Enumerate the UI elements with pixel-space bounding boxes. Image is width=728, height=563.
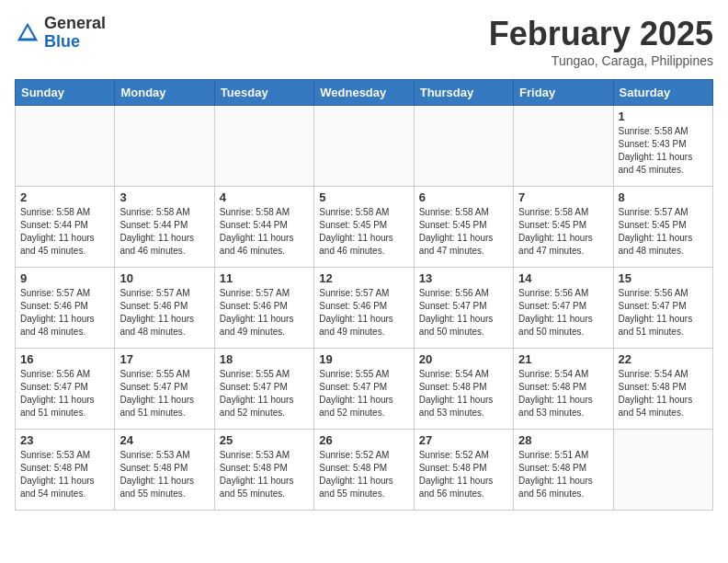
day-number: 10 [119, 271, 209, 285]
day-number: 3 [119, 190, 209, 204]
calendar-cell: 13Sunrise: 5:56 AM Sunset: 5:47 PM Dayli… [414, 268, 513, 349]
calendar-cell: 20Sunrise: 5:54 AM Sunset: 5:48 PM Dayli… [414, 349, 513, 430]
day-number: 19 [319, 352, 408, 366]
weekday-header-wednesday: Wednesday [314, 80, 414, 106]
calendar-table: SundayMondayTuesdayWednesdayThursdayFrid… [15, 79, 713, 511]
day-info: Sunrise: 5:57 AM Sunset: 5:45 PM Dayligh… [619, 206, 708, 258]
calendar-cell: 17Sunrise: 5:55 AM Sunset: 5:47 PM Dayli… [115, 349, 214, 430]
day-info: Sunrise: 5:58 AM Sunset: 5:45 PM Dayligh… [419, 206, 508, 258]
day-info: Sunrise: 5:58 AM Sunset: 5:45 PM Dayligh… [518, 206, 608, 258]
calendar-cell: 4Sunrise: 5:58 AM Sunset: 5:44 PM Daylig… [214, 187, 313, 268]
week-row-0: 1Sunrise: 5:58 AM Sunset: 5:43 PM Daylig… [16, 106, 713, 187]
week-row-4: 23Sunrise: 5:53 AM Sunset: 5:48 PM Dayli… [16, 430, 713, 511]
day-number: 16 [20, 352, 109, 366]
calendar-cell: 6Sunrise: 5:58 AM Sunset: 5:45 PM Daylig… [414, 187, 513, 268]
day-number: 9 [20, 271, 109, 285]
calendar-cell [16, 106, 115, 187]
calendar-cell: 21Sunrise: 5:54 AM Sunset: 5:48 PM Dayli… [514, 349, 613, 430]
day-info: Sunrise: 5:56 AM Sunset: 5:47 PM Dayligh… [419, 287, 508, 339]
weekday-header-row: SundayMondayTuesdayWednesdayThursdayFrid… [16, 80, 713, 106]
calendar-cell: 9Sunrise: 5:57 AM Sunset: 5:46 PM Daylig… [16, 268, 115, 349]
day-info: Sunrise: 5:57 AM Sunset: 5:46 PM Dayligh… [119, 287, 209, 339]
day-number: 5 [319, 190, 408, 204]
day-info: Sunrise: 5:55 AM Sunset: 5:47 PM Dayligh… [319, 368, 408, 419]
calendar-cell [414, 106, 513, 187]
calendar-cell: 24Sunrise: 5:53 AM Sunset: 5:48 PM Dayli… [115, 430, 214, 511]
day-number: 11 [220, 271, 309, 285]
day-info: Sunrise: 5:56 AM Sunset: 5:47 PM Dayligh… [518, 287, 608, 339]
day-info: Sunrise: 5:56 AM Sunset: 5:47 PM Dayligh… [619, 287, 708, 339]
calendar-cell [514, 106, 613, 187]
calendar-cell: 12Sunrise: 5:57 AM Sunset: 5:46 PM Dayli… [314, 268, 414, 349]
day-number: 8 [619, 190, 708, 204]
day-number: 27 [419, 433, 508, 447]
day-number: 23 [20, 433, 109, 447]
week-row-3: 16Sunrise: 5:56 AM Sunset: 5:47 PM Dayli… [16, 349, 713, 430]
calendar-cell: 1Sunrise: 5:58 AM Sunset: 5:43 PM Daylig… [613, 106, 712, 187]
title-block: February 2025 Tungao, Caraga, Philippine… [489, 15, 713, 68]
day-info: Sunrise: 5:56 AM Sunset: 5:47 PM Dayligh… [20, 368, 109, 419]
logo-text: General Blue [44, 15, 106, 52]
day-info: Sunrise: 5:58 AM Sunset: 5:45 PM Dayligh… [319, 206, 408, 258]
calendar-cell: 3Sunrise: 5:58 AM Sunset: 5:44 PM Daylig… [115, 187, 214, 268]
calendar-cell: 8Sunrise: 5:57 AM Sunset: 5:45 PM Daylig… [613, 187, 712, 268]
calendar-cell: 19Sunrise: 5:55 AM Sunset: 5:47 PM Dayli… [314, 349, 414, 430]
day-info: Sunrise: 5:58 AM Sunset: 5:44 PM Dayligh… [220, 206, 309, 258]
day-info: Sunrise: 5:54 AM Sunset: 5:48 PM Dayligh… [518, 368, 608, 419]
day-number: 21 [518, 352, 608, 366]
day-info: Sunrise: 5:58 AM Sunset: 5:44 PM Dayligh… [119, 206, 209, 258]
day-number: 22 [619, 352, 708, 366]
weekday-header-friday: Friday [514, 80, 613, 106]
day-number: 28 [518, 433, 608, 447]
calendar-cell [314, 106, 414, 187]
day-number: 26 [319, 433, 408, 447]
calendar-cell: 10Sunrise: 5:57 AM Sunset: 5:46 PM Dayli… [115, 268, 214, 349]
day-number: 17 [119, 352, 209, 366]
day-number: 20 [419, 352, 508, 366]
calendar-cell: 7Sunrise: 5:58 AM Sunset: 5:45 PM Daylig… [514, 187, 613, 268]
day-info: Sunrise: 5:53 AM Sunset: 5:48 PM Dayligh… [220, 449, 309, 500]
month-title: February 2025 [489, 15, 713, 53]
calendar-cell: 22Sunrise: 5:54 AM Sunset: 5:48 PM Dayli… [613, 349, 712, 430]
day-number: 13 [419, 271, 508, 285]
day-info: Sunrise: 5:58 AM Sunset: 5:44 PM Dayligh… [20, 206, 109, 258]
day-info: Sunrise: 5:55 AM Sunset: 5:47 PM Dayligh… [220, 368, 309, 419]
day-number: 6 [419, 190, 508, 204]
day-number: 15 [619, 271, 708, 285]
logo: General Blue [15, 15, 106, 52]
calendar-cell [214, 106, 313, 187]
day-info: Sunrise: 5:57 AM Sunset: 5:46 PM Dayligh… [20, 287, 109, 339]
location: Tungao, Caraga, Philippines [489, 53, 713, 68]
day-number: 1 [619, 109, 708, 123]
day-info: Sunrise: 5:53 AM Sunset: 5:48 PM Dayligh… [119, 449, 209, 500]
weekday-header-monday: Monday [115, 80, 214, 106]
day-info: Sunrise: 5:57 AM Sunset: 5:46 PM Dayligh… [319, 287, 408, 339]
calendar-cell [613, 430, 712, 511]
day-info: Sunrise: 5:52 AM Sunset: 5:48 PM Dayligh… [319, 449, 408, 500]
calendar-cell: 25Sunrise: 5:53 AM Sunset: 5:48 PM Dayli… [214, 430, 313, 511]
calendar-cell: 16Sunrise: 5:56 AM Sunset: 5:47 PM Dayli… [16, 349, 115, 430]
weekday-header-saturday: Saturday [613, 80, 712, 106]
day-info: Sunrise: 5:57 AM Sunset: 5:46 PM Dayligh… [220, 287, 309, 339]
calendar-cell: 14Sunrise: 5:56 AM Sunset: 5:47 PM Dayli… [514, 268, 613, 349]
day-number: 7 [518, 190, 608, 204]
day-info: Sunrise: 5:54 AM Sunset: 5:48 PM Dayligh… [619, 368, 708, 419]
calendar-cell: 15Sunrise: 5:56 AM Sunset: 5:47 PM Dayli… [613, 268, 712, 349]
weekday-header-tuesday: Tuesday [214, 80, 313, 106]
day-number: 4 [220, 190, 309, 204]
calendar-cell: 11Sunrise: 5:57 AM Sunset: 5:46 PM Dayli… [214, 268, 313, 349]
logo-icon [15, 20, 40, 46]
calendar-cell: 26Sunrise: 5:52 AM Sunset: 5:48 PM Dayli… [314, 430, 414, 511]
calendar-cell: 5Sunrise: 5:58 AM Sunset: 5:45 PM Daylig… [314, 187, 414, 268]
weekday-header-thursday: Thursday [414, 80, 513, 106]
calendar-cell: 2Sunrise: 5:58 AM Sunset: 5:44 PM Daylig… [16, 187, 115, 268]
day-info: Sunrise: 5:54 AM Sunset: 5:48 PM Dayligh… [419, 368, 508, 419]
day-number: 24 [119, 433, 209, 447]
weekday-header-sunday: Sunday [16, 80, 115, 106]
day-number: 25 [220, 433, 309, 447]
calendar-cell: 28Sunrise: 5:51 AM Sunset: 5:48 PM Dayli… [514, 430, 613, 511]
day-number: 2 [20, 190, 109, 204]
day-info: Sunrise: 5:51 AM Sunset: 5:48 PM Dayligh… [518, 449, 608, 500]
day-info: Sunrise: 5:55 AM Sunset: 5:47 PM Dayligh… [119, 368, 209, 419]
calendar-cell: 23Sunrise: 5:53 AM Sunset: 5:48 PM Dayli… [16, 430, 115, 511]
